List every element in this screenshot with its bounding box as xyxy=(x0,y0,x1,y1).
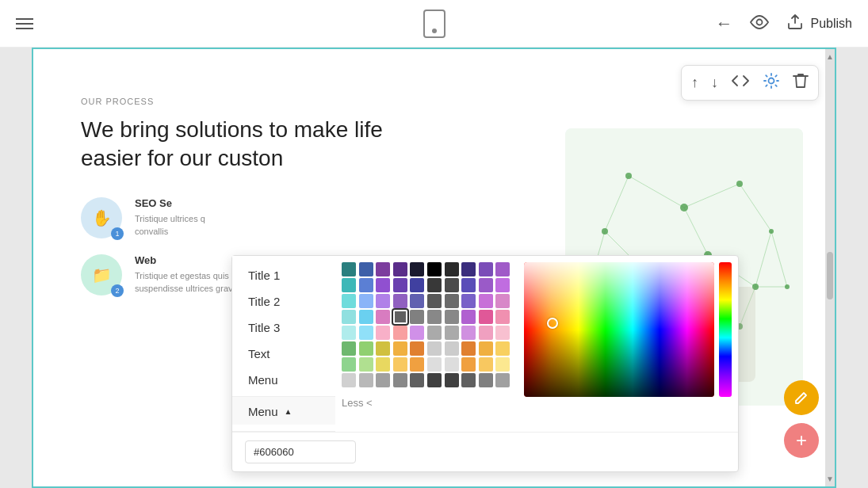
swatch[interactable] xyxy=(479,326,493,340)
swatch[interactable] xyxy=(445,294,459,308)
mobile-preview-icon[interactable] xyxy=(423,10,445,38)
move-up-icon[interactable]: ↑ xyxy=(691,74,698,91)
swatch[interactable] xyxy=(495,326,510,340)
move-down-icon[interactable]: ↓ xyxy=(711,74,718,91)
swatch[interactable] xyxy=(410,310,424,324)
swatch[interactable] xyxy=(410,357,424,372)
swatch[interactable] xyxy=(495,341,510,356)
swatch-selected[interactable] xyxy=(393,310,407,324)
scroll-up-arrow[interactable]: ▲ xyxy=(826,52,834,61)
swatch[interactable] xyxy=(479,294,493,308)
swatch[interactable] xyxy=(445,278,459,292)
swatch[interactable] xyxy=(393,357,407,372)
code-icon[interactable] xyxy=(731,74,750,92)
swatch[interactable] xyxy=(393,278,407,292)
swatch[interactable] xyxy=(427,341,442,356)
hamburger-menu-icon[interactable] xyxy=(16,18,33,29)
swatch[interactable] xyxy=(393,341,407,356)
swatch[interactable] xyxy=(410,373,424,387)
swatch[interactable] xyxy=(393,373,407,387)
gradient-picker-dot[interactable] xyxy=(547,318,558,329)
swatch[interactable] xyxy=(461,357,476,372)
swatch[interactable] xyxy=(427,294,442,308)
swatch[interactable] xyxy=(461,262,476,276)
swatch[interactable] xyxy=(479,341,493,356)
text-option-text[interactable]: Text xyxy=(232,341,335,367)
scroll-thumb[interactable] xyxy=(827,252,833,299)
fab-add-button[interactable]: + xyxy=(784,423,819,458)
swatch[interactable] xyxy=(342,373,356,387)
fab-edit-button[interactable] xyxy=(784,380,819,415)
swatch[interactable] xyxy=(410,278,424,292)
swatch[interactable] xyxy=(427,262,442,276)
swatch[interactable] xyxy=(461,310,476,324)
swatch[interactable] xyxy=(342,278,356,292)
swatch[interactable] xyxy=(359,341,373,356)
swatch[interactable] xyxy=(445,357,459,372)
back-icon[interactable]: ← xyxy=(716,13,733,34)
swatch[interactable] xyxy=(376,278,390,292)
scrollbar[interactable]: ▲ ▼ xyxy=(825,49,835,486)
eye-icon[interactable] xyxy=(749,13,770,34)
swatch[interactable] xyxy=(479,310,493,324)
swatch[interactable] xyxy=(359,294,373,308)
swatch[interactable] xyxy=(427,373,442,387)
swatch[interactable] xyxy=(376,262,390,276)
settings-icon[interactable] xyxy=(763,72,780,93)
swatch[interactable] xyxy=(427,357,442,372)
swatch[interactable] xyxy=(376,294,390,308)
swatch[interactable] xyxy=(445,310,459,324)
swatch[interactable] xyxy=(479,262,493,276)
delete-icon[interactable] xyxy=(793,72,809,93)
text-option-title2[interactable]: Title 2 xyxy=(232,288,335,315)
swatch[interactable] xyxy=(445,262,459,276)
swatch[interactable] xyxy=(427,310,442,324)
swatch[interactable] xyxy=(342,326,356,340)
swatch[interactable] xyxy=(495,278,510,292)
swatch[interactable] xyxy=(461,341,476,356)
hex-input[interactable] xyxy=(245,440,356,463)
swatch[interactable] xyxy=(376,310,390,324)
swatch[interactable] xyxy=(376,373,390,387)
swatch[interactable] xyxy=(479,278,493,292)
swatch[interactable] xyxy=(495,357,510,372)
swatch[interactable] xyxy=(461,278,476,292)
swatch[interactable] xyxy=(445,341,459,356)
text-option-menu[interactable]: Menu xyxy=(232,367,335,393)
scroll-down-arrow[interactable]: ▼ xyxy=(826,475,834,483)
swatch[interactable] xyxy=(410,294,424,308)
swatch[interactable] xyxy=(393,326,407,340)
swatch[interactable] xyxy=(461,373,476,387)
swatch[interactable] xyxy=(495,262,510,276)
swatch[interactable] xyxy=(342,310,356,324)
swatch[interactable] xyxy=(427,278,442,292)
swatch[interactable] xyxy=(461,326,476,340)
swatch[interactable] xyxy=(445,326,459,340)
swatch[interactable] xyxy=(393,262,407,276)
swatch[interactable] xyxy=(410,262,424,276)
swatch[interactable] xyxy=(342,262,356,276)
swatch[interactable] xyxy=(342,357,356,372)
swatch[interactable] xyxy=(359,310,373,324)
swatch[interactable] xyxy=(359,357,373,372)
swatch[interactable] xyxy=(495,310,510,324)
swatch[interactable] xyxy=(359,373,373,387)
text-option-title1[interactable]: Title 1 xyxy=(232,262,335,288)
publish-button[interactable]: Publish xyxy=(786,13,852,34)
swatch[interactable] xyxy=(479,373,493,387)
swatch[interactable] xyxy=(495,294,510,308)
swatch[interactable] xyxy=(359,278,373,292)
swatch[interactable] xyxy=(359,262,373,276)
hue-slider[interactable] xyxy=(719,262,732,397)
swatch[interactable] xyxy=(427,326,442,340)
swatch[interactable] xyxy=(479,357,493,372)
text-option-title3[interactable]: Title 3 xyxy=(232,315,335,341)
swatch[interactable] xyxy=(410,341,424,356)
gradient-picker[interactable] xyxy=(524,262,714,397)
swatch[interactable] xyxy=(445,373,459,387)
swatch[interactable] xyxy=(342,341,356,356)
swatch[interactable] xyxy=(461,294,476,308)
less-button[interactable]: Less < xyxy=(342,397,373,409)
swatch[interactable] xyxy=(393,294,407,308)
swatch[interactable] xyxy=(342,294,356,308)
